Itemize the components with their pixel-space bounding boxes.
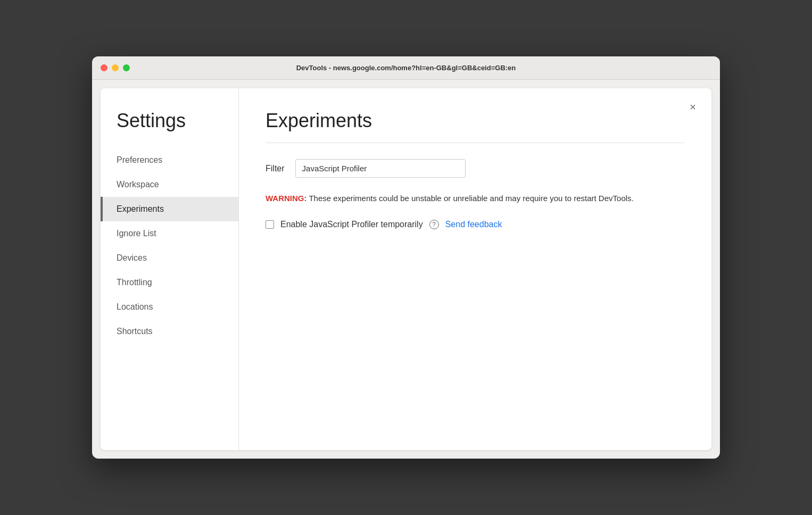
- main-content: × Experiments Filter WARNING: These expe…: [239, 88, 711, 450]
- warning-text: WARNING: These experiments could be unst…: [266, 193, 685, 205]
- sidebar-item-locations[interactable]: Locations: [101, 295, 238, 319]
- sidebar-item-preferences[interactable]: Preferences: [101, 148, 238, 172]
- filter-label: Filter: [266, 164, 285, 173]
- checkbox-container: Enable JavaScript Profiler temporarily: [266, 220, 423, 229]
- maximize-traffic-light[interactable]: [123, 64, 130, 71]
- sidebar-item-experiments[interactable]: Experiments: [101, 197, 238, 221]
- warning-label: WARNING:: [266, 194, 307, 203]
- sidebar-item-ignore-list[interactable]: Ignore List: [101, 221, 238, 246]
- page-title: Experiments: [266, 110, 685, 132]
- window-title: DevTools - news.google.com/home?hl=en-GB…: [296, 64, 516, 72]
- settings-heading: Settings: [101, 110, 238, 148]
- filter-row: Filter: [266, 159, 685, 178]
- help-icon[interactable]: ?: [429, 220, 439, 229]
- sidebar: Settings Preferences Workspace Experimen…: [101, 88, 239, 450]
- sidebar-item-shortcuts[interactable]: Shortcuts: [101, 319, 238, 344]
- traffic-lights: [101, 64, 130, 71]
- close-button[interactable]: ×: [685, 99, 701, 115]
- experiment-item: Enable JavaScript Profiler temporarily ?…: [266, 220, 685, 229]
- title-bar: DevTools - news.google.com/home?hl=en-GB…: [92, 56, 720, 80]
- filter-input[interactable]: [295, 159, 466, 178]
- sidebar-nav: Preferences Workspace Experiments Ignore…: [101, 148, 238, 344]
- warning-box: WARNING: These experiments could be unst…: [266, 193, 685, 205]
- sidebar-item-throttling[interactable]: Throttling: [101, 270, 238, 295]
- js-profiler-checkbox[interactable]: [266, 220, 274, 229]
- send-feedback-link[interactable]: Send feedback: [445, 220, 502, 229]
- experiment-label: Enable JavaScript Profiler temporarily: [280, 220, 423, 229]
- sidebar-item-workspace[interactable]: Workspace: [101, 172, 238, 197]
- window-content: Settings Preferences Workspace Experimen…: [101, 88, 711, 450]
- minimize-traffic-light[interactable]: [112, 64, 119, 71]
- close-traffic-light[interactable]: [101, 64, 107, 71]
- section-divider: [266, 143, 685, 143]
- sidebar-item-devices[interactable]: Devices: [101, 246, 238, 270]
- browser-window: DevTools - news.google.com/home?hl=en-GB…: [92, 56, 720, 459]
